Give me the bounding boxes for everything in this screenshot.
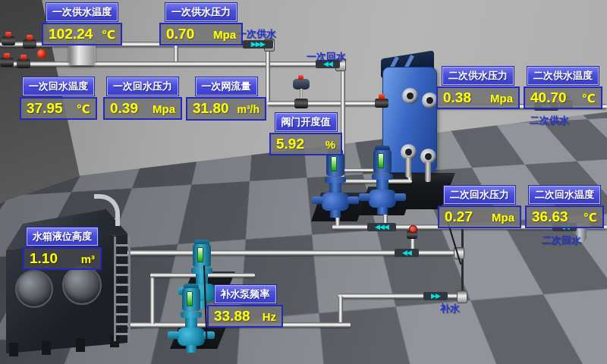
hx-port xyxy=(402,88,418,104)
pump-inlet-stub xyxy=(312,196,323,204)
gauge-unit: m³ xyxy=(81,250,95,268)
gauge-unit: ℃ xyxy=(583,209,597,226)
hx-bottom-stub xyxy=(425,162,431,182)
gauge-valve-opening[interactable]: 阀门开度值 5.92 % xyxy=(269,113,342,155)
pump-column xyxy=(185,318,197,328)
gauge-value-box: 102.24 ℃ xyxy=(42,23,122,46)
gauge-primary-supply-pressure[interactable]: 一次供水压力 0.70 Mpa xyxy=(159,3,243,46)
gauge-unit: Mpa xyxy=(153,100,175,118)
valve-icon[interactable] xyxy=(0,58,14,67)
gauge-secondary-return-temperature[interactable]: 二次回水温度 36.63 ℃ xyxy=(525,186,604,228)
pipe-primary-return xyxy=(0,61,341,67)
valve-actuator-dome xyxy=(293,79,310,89)
gauge-primary-network-flow[interactable]: 一次网流量 31.80 m³/h xyxy=(186,77,266,121)
gauge-value: 0.39 xyxy=(110,99,138,117)
pump-run-indicator xyxy=(187,291,193,306)
gauge-value-box: 0.70 Mpa xyxy=(159,23,243,46)
pipe-makeup-elbow xyxy=(338,296,343,325)
gauge-makeup-pump-frequency[interactable]: 补水泵频率 33.88 Hz xyxy=(207,285,283,328)
pump-outlet-stub xyxy=(348,196,359,204)
gauge-value: 102.24 xyxy=(49,25,93,42)
pump-neck xyxy=(181,312,202,318)
gauge-unit: ℃ xyxy=(582,89,596,107)
pipe-label-secondary-supply: 二次供水 xyxy=(530,114,569,127)
pump-column xyxy=(196,274,208,284)
flow-right-icon: ▶▶ xyxy=(423,292,448,300)
gauge-secondary-supply-temperature[interactable]: 二次供水温度 40.70 ℃ xyxy=(524,67,602,109)
gauge-value: 40.70 xyxy=(530,89,567,106)
hmi-heating-station-screen: ▶▶▶ ◀◀ ▶▶ ◀◀◀ ◀◀ ◀◀ ▶▶ 一次供水 一次回水 二次供水 二次… xyxy=(0,0,607,364)
pump-foot xyxy=(377,207,388,215)
pump-neck xyxy=(372,174,393,180)
pump-neck xyxy=(325,177,346,183)
flow-right-icon: ▶▶▶ xyxy=(243,40,273,49)
tank-manhole xyxy=(15,270,53,308)
gauge-value-box: 37.95 ℃ xyxy=(20,97,97,120)
pump-inlet-stub xyxy=(168,331,179,339)
gauge-value-box: 40.70 ℃ xyxy=(524,86,602,109)
gauge-unit: Hz xyxy=(263,308,276,325)
gauge-title: 二次回水压力 xyxy=(444,186,515,204)
pump-foot xyxy=(186,345,197,353)
gauge-secondary-supply-pressure[interactable]: 二次供水压力 0.38 Mpa xyxy=(436,67,520,109)
gauge-title: 二次回水温度 xyxy=(529,186,600,204)
pump-inlet-stub xyxy=(359,193,370,201)
gauge-value-box: 1.10 m³ xyxy=(23,247,102,270)
tank-manhole xyxy=(62,265,102,305)
gauge-title: 二次供水压力 xyxy=(442,67,514,85)
makeup-water-pump[interactable] xyxy=(175,284,208,352)
gauge-tank-level[interactable]: 水箱液位高度 1.10 m³ xyxy=(23,228,102,270)
gauge-value-box: 31.80 m³/h xyxy=(186,97,266,121)
gauge-unit: Mpa xyxy=(490,89,513,107)
pressure-gauge-icon xyxy=(36,49,47,59)
gauge-title: 阀门开度值 xyxy=(275,113,337,131)
pipe-label-makeup-water: 补水 xyxy=(440,302,460,315)
circulation-pump[interactable] xyxy=(366,146,399,218)
gauge-value: 37.95 xyxy=(27,99,63,117)
pump-foot xyxy=(330,210,341,218)
pump-volute xyxy=(369,190,396,208)
pump-neck xyxy=(191,268,212,274)
gauge-value-box: 5.92 % xyxy=(269,133,342,155)
valve-icon[interactable] xyxy=(375,99,388,108)
gauge-title: 一次回水压力 xyxy=(107,77,178,96)
pump-run-indicator xyxy=(197,247,203,262)
valve-icon[interactable] xyxy=(23,39,36,49)
gauge-title: 二次供水温度 xyxy=(527,67,599,85)
pump-column xyxy=(329,183,341,193)
pump-run-indicator xyxy=(331,156,337,171)
hx-bottom-stub xyxy=(405,158,411,177)
pump-outlet-stub xyxy=(395,193,406,201)
gauge-value: 1.10 xyxy=(30,249,58,267)
pipe-label-secondary-return: 二次回水 xyxy=(542,234,581,247)
flow-left-icon: ◀◀◀ xyxy=(367,223,396,231)
gauge-value: 31.80 xyxy=(193,99,229,117)
gauge-value: 5.92 xyxy=(276,135,304,152)
gauge-secondary-return-pressure[interactable]: 二次回水压力 0.27 Mpa xyxy=(438,186,521,228)
gauge-value: 33.88 xyxy=(214,307,250,325)
control-valve[interactable] xyxy=(293,79,310,89)
gauge-primary-supply-temperature[interactable]: 一次供水温度 102.24 ℃ xyxy=(42,3,122,46)
pump-volute xyxy=(322,193,349,211)
gauge-title: 一次回水温度 xyxy=(23,77,94,96)
valve-body xyxy=(294,99,308,108)
gauge-unit: ℃ xyxy=(77,100,90,118)
flow-left-icon: ◀◀ xyxy=(395,249,419,257)
gauge-unit: Mpa xyxy=(492,209,514,226)
gauge-primary-return-temperature[interactable]: 一次回水温度 37.95 ℃ xyxy=(20,77,97,120)
pump-run-indicator xyxy=(378,153,384,168)
pipe-suction-loop-left xyxy=(150,273,155,325)
gauge-value-box: 0.38 Mpa xyxy=(436,86,520,109)
gauge-unit: % xyxy=(326,136,335,153)
gauge-value: 0.38 xyxy=(443,89,471,106)
gauge-title: 补水泵频率 xyxy=(215,285,276,303)
pump-volute xyxy=(178,328,205,346)
gauge-title: 一次供水温度 xyxy=(46,3,118,21)
gauge-primary-return-pressure[interactable]: 一次回水压力 0.39 Mpa xyxy=(103,77,182,120)
valve-icon[interactable] xyxy=(17,59,30,68)
gauge-value-box: 0.39 Mpa xyxy=(103,97,182,120)
gauge-title: 水箱液位高度 xyxy=(27,228,98,246)
valve-icon[interactable] xyxy=(2,36,15,46)
circulation-pump[interactable] xyxy=(319,149,352,221)
valve-handwheel-icon xyxy=(409,225,417,233)
